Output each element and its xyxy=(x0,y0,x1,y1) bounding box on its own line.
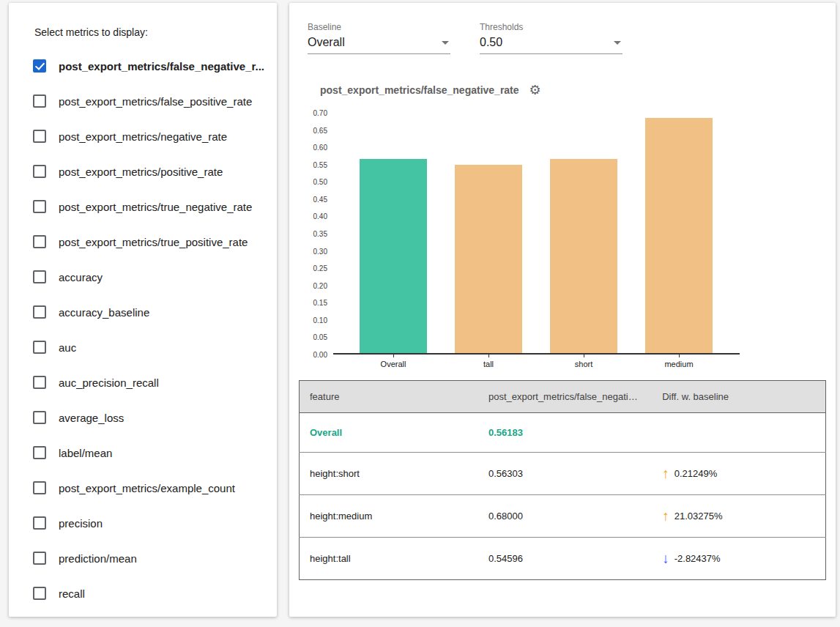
table-row[interactable]: height:short0.56303↑0.21249% xyxy=(300,453,826,495)
value-cell: 0.54596 xyxy=(478,538,652,580)
arrow-down-icon: ↓ xyxy=(662,552,669,565)
plot-area xyxy=(333,113,740,355)
metric-label: accuracy_baseline xyxy=(59,306,149,319)
metric-item[interactable]: prediction/mean xyxy=(33,541,277,576)
diff-value: -2.82437% xyxy=(674,553,721,564)
y-tick-label: 0.00 xyxy=(313,351,327,359)
gear-icon[interactable]: ⚙ xyxy=(529,84,541,97)
chevron-down-icon[interactable] xyxy=(442,41,449,45)
metric-item[interactable]: auc_precision_recall xyxy=(33,365,277,400)
checkbox-unchecked[interactable] xyxy=(33,376,46,389)
metric-item[interactable]: post_export_metrics/negative_rate xyxy=(33,119,277,154)
value-cell: 0.56303 xyxy=(478,453,652,495)
metric-label: auc xyxy=(59,341,76,354)
metric-label: precision xyxy=(59,517,103,530)
metric-label: post_export_metrics/positive_rate xyxy=(59,166,223,178)
diff-cell: ↑0.21249% xyxy=(652,453,825,495)
checkbox-unchecked[interactable] xyxy=(33,200,46,213)
metric-item[interactable]: accuracy xyxy=(33,259,277,294)
feature-cell: height:tall xyxy=(300,538,478,580)
y-tick-label: 0.50 xyxy=(313,178,327,186)
bar-slot xyxy=(631,113,726,353)
bar-medium[interactable] xyxy=(645,118,713,353)
bar-chart: 0.000.050.100.150.200.250.300.350.400.45… xyxy=(300,113,836,368)
diff-cell: ↓-2.82437% xyxy=(652,538,825,580)
results-table: featurepost_export_metrics/false_negativ… xyxy=(299,380,826,580)
value-cell: 0.56183 xyxy=(478,413,652,453)
metric-label: post_export_metrics/false_negative_r... xyxy=(59,60,264,73)
checkbox-unchecked[interactable] xyxy=(33,130,46,143)
checkbox-unchecked[interactable] xyxy=(33,270,46,283)
y-tick-label: 0.20 xyxy=(313,281,327,289)
checkbox-unchecked[interactable] xyxy=(33,94,46,108)
y-tick-label: 0.45 xyxy=(313,195,327,203)
metric-item[interactable]: recall xyxy=(33,576,277,611)
metrics-panel-title: Select metrics to display: xyxy=(34,26,277,38)
table-header-cell: post_export_metrics/false_negative_rat..… xyxy=(478,381,652,413)
x-axis-labels: Overalltallshortmedium xyxy=(333,355,740,368)
metric-label: post_export_metrics/true_negative_rate xyxy=(59,201,252,213)
table-header-row: featurepost_export_metrics/false_negativ… xyxy=(300,381,826,413)
metric-item[interactable]: auc xyxy=(33,330,277,365)
bar-short[interactable] xyxy=(550,159,617,353)
baseline-select-value-row[interactable]: Overall xyxy=(308,32,450,54)
baseline-select-label: Baseline xyxy=(308,22,450,32)
metric-item[interactable]: post_export_metrics/false_negative_r... xyxy=(33,48,277,84)
metrics-panel: Select metrics to display: post_export_m… xyxy=(9,3,277,617)
table-row[interactable]: Overall0.56183 xyxy=(300,413,826,453)
metric-label: label/mean xyxy=(59,447,112,459)
arrow-up-icon: ↑ xyxy=(662,467,669,481)
table-row[interactable]: height:medium0.68000↑21.03275% xyxy=(300,495,826,538)
metric-label: post_export_metrics/false_positive_rate xyxy=(59,95,252,108)
metric-item[interactable]: post_export_metrics/example_count xyxy=(33,470,277,505)
checkbox-checked[interactable] xyxy=(33,59,46,73)
checkbox-unchecked[interactable] xyxy=(33,235,46,248)
metric-label: average_loss xyxy=(59,412,124,424)
diff-cell xyxy=(652,413,825,453)
bar-Overall[interactable] xyxy=(360,159,427,353)
table-row[interactable]: height:tall0.54596↓-2.82437% xyxy=(300,538,826,580)
y-tick-label: 0.65 xyxy=(313,126,327,134)
diff-value: 0.21249% xyxy=(674,468,718,479)
metric-item[interactable]: post_export_metrics/true_negative_rate xyxy=(33,189,277,224)
checkbox-unchecked[interactable] xyxy=(33,411,46,424)
chevron-down-icon[interactable] xyxy=(614,41,621,45)
bar-slot xyxy=(536,113,631,353)
checkbox-unchecked[interactable] xyxy=(33,305,46,319)
checkbox-unchecked[interactable] xyxy=(33,446,46,459)
thresholds-select-value-row[interactable]: 0.50 xyxy=(480,32,622,54)
checkbox-unchecked[interactable] xyxy=(33,587,46,600)
x-axis-label: Overall xyxy=(346,355,441,368)
page: Select metrics to display: post_export_m… xyxy=(0,0,840,627)
metric-item[interactable]: label/mean xyxy=(33,435,277,470)
table-header-cell: feature xyxy=(300,381,478,413)
metric-item[interactable]: post_export_metrics/positive_rate xyxy=(33,154,277,189)
metric-item[interactable]: average_loss xyxy=(33,400,277,435)
x-axis-label: medium xyxy=(631,355,726,368)
metric-item[interactable]: accuracy_baseline xyxy=(33,294,277,330)
metrics-list: post_export_metrics/false_negative_r...p… xyxy=(33,48,277,611)
thresholds-select[interactable]: Thresholds 0.50 xyxy=(480,22,622,54)
table-header-cell: Diff. w. baseline xyxy=(652,381,825,413)
checkbox-unchecked[interactable] xyxy=(33,516,46,530)
checkbox-unchecked[interactable] xyxy=(33,552,46,565)
checkbox-unchecked[interactable] xyxy=(33,341,46,354)
y-tick-label: 0.55 xyxy=(313,160,327,168)
metric-item[interactable]: precision xyxy=(33,505,277,541)
diff-inner: ↑0.21249% xyxy=(662,467,815,481)
checkbox-unchecked[interactable] xyxy=(33,165,46,178)
metric-item[interactable]: post_export_metrics/true_positive_rate xyxy=(33,224,277,259)
results-panel: Baseline Overall Thresholds 0.50 post_ex… xyxy=(289,3,836,617)
metric-label: auc_precision_recall xyxy=(59,376,159,389)
baseline-select[interactable]: Baseline Overall xyxy=(308,22,450,54)
plot-wrap: Overalltallshortmedium xyxy=(333,113,740,368)
thresholds-select-value: 0.50 xyxy=(480,36,502,49)
diff-inner: ↓-2.82437% xyxy=(662,552,815,565)
x-axis-label: short xyxy=(536,355,631,368)
checkbox-unchecked[interactable] xyxy=(33,481,46,494)
metric-item[interactable]: post_export_metrics/false_positive_rate xyxy=(33,84,277,119)
baseline-select-value: Overall xyxy=(308,36,345,49)
y-tick-label: 0.30 xyxy=(313,247,327,255)
table-body: Overall0.56183height:short0.56303↑0.2124… xyxy=(300,413,826,580)
bar-tall[interactable] xyxy=(455,165,522,353)
